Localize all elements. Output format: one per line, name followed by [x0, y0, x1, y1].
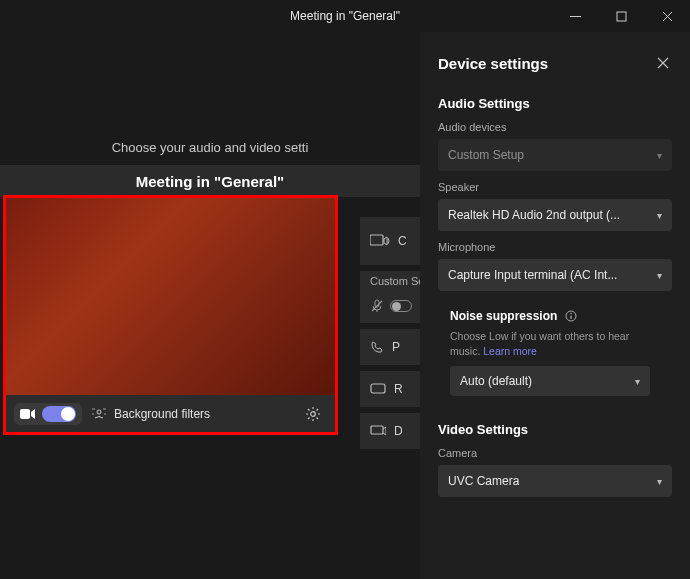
svg-rect-19: [370, 235, 383, 245]
info-icon[interactable]: [565, 310, 577, 322]
camera-toggle[interactable]: [42, 406, 76, 422]
panel-title: Device settings: [438, 55, 548, 72]
camera-toggle-group: [14, 403, 82, 425]
select-value: Custom Setup: [448, 148, 524, 162]
speaker-label: Speaker: [438, 181, 672, 193]
audio-options-column: C Custom Set P R D: [360, 217, 420, 455]
audio-section-title: Audio Settings: [438, 96, 672, 111]
camera-label: Camera: [438, 447, 672, 459]
chevron-down-icon: ▾: [657, 150, 662, 161]
option-dont-use-audio[interactable]: D: [360, 413, 420, 449]
video-toolbar: Background filters: [6, 395, 335, 432]
option-phone-audio[interactable]: P: [360, 329, 420, 365]
window-title: Meeting in "General": [290, 9, 400, 23]
option-label: D: [394, 424, 403, 438]
svg-point-5: [97, 410, 101, 414]
svg-point-28: [571, 313, 573, 315]
noise-suppression-block: Noise suppression Choose Low if you want…: [450, 309, 672, 396]
meeting-title: Meeting in "General": [0, 165, 420, 197]
panel-header: Device settings: [438, 54, 672, 72]
svg-line-18: [317, 409, 319, 411]
custom-setup-label: Custom Set: [370, 275, 420, 287]
mic-toggle[interactable]: [390, 300, 412, 312]
noise-suppression-select[interactable]: Auto (default) ▾: [450, 366, 650, 396]
maximize-button[interactable]: [598, 0, 644, 32]
chevron-down-icon: ▾: [635, 376, 640, 387]
option-label: P: [392, 340, 400, 354]
chevron-down-icon: ▾: [657, 210, 662, 221]
prejoin-area: Choose your audio and video setti Meetin…: [0, 32, 420, 579]
svg-line-16: [317, 417, 319, 419]
background-filters-icon: [92, 407, 106, 421]
learn-more-link[interactable]: Learn more: [483, 345, 537, 357]
room-icon: [370, 383, 386, 395]
microphone-label: Microphone: [438, 241, 672, 253]
background-filters-label: Background filters: [114, 407, 210, 421]
prejoin-prompt: Choose your audio and video setti: [0, 140, 420, 155]
option-label: R: [394, 382, 403, 396]
minimize-button[interactable]: [552, 0, 598, 32]
computer-audio-icon: [370, 233, 390, 249]
maximize-icon: [616, 11, 627, 22]
gear-icon: [305, 406, 321, 422]
camera-preview: [6, 198, 335, 395]
svg-rect-23: [371, 384, 385, 393]
panel-close-button[interactable]: [654, 54, 672, 72]
option-label: C: [398, 234, 407, 248]
select-value: Capture Input terminal (AC Int...: [448, 268, 617, 282]
svg-line-15: [308, 409, 310, 411]
svg-rect-1: [617, 12, 626, 21]
phone-icon: [370, 340, 384, 354]
chevron-down-icon: ▾: [657, 476, 662, 487]
select-value: Auto (default): [460, 374, 532, 388]
audio-devices-select[interactable]: Custom Setup ▾: [438, 139, 672, 171]
svg-line-17: [308, 417, 310, 419]
window-controls: [552, 0, 690, 32]
option-computer-audio[interactable]: C: [360, 217, 420, 265]
screen-share-icon: [370, 425, 386, 437]
minimize-icon: [570, 11, 581, 22]
video-preview-highlighted: Background filters: [3, 195, 338, 435]
close-icon: [657, 57, 669, 69]
svg-rect-24: [371, 426, 383, 434]
noise-suppression-title: Noise suppression: [450, 309, 557, 323]
device-settings-panel: Device settings Audio Settings Audio dev…: [420, 32, 690, 579]
video-section-title: Video Settings: [438, 422, 672, 437]
select-value: UVC Camera: [448, 474, 519, 488]
svg-point-10: [311, 411, 316, 416]
toggle-knob: [61, 407, 75, 421]
option-custom-setup-row: Custom Set: [360, 271, 420, 323]
option-room-audio[interactable]: R: [360, 371, 420, 407]
camera-select[interactable]: UVC Camera ▾: [438, 465, 672, 497]
speaker-select[interactable]: Realtek HD Audio 2nd output (... ▾: [438, 199, 672, 231]
microphone-select[interactable]: Capture Input terminal (AC Int... ▾: [438, 259, 672, 291]
close-icon: [662, 11, 673, 22]
title-bar: Meeting in "General": [0, 0, 690, 32]
select-value: Realtek HD Audio 2nd output (...: [448, 208, 620, 222]
noise-suppression-desc: Choose Low if you want others to hear mu…: [450, 329, 650, 358]
noise-desc-text: Choose Low if you want others to hear mu…: [450, 330, 629, 357]
device-settings-button[interactable]: [299, 400, 327, 428]
background-filters-button[interactable]: Background filters: [92, 407, 210, 421]
camera-icon: [20, 408, 36, 420]
audio-devices-label: Audio devices: [438, 121, 672, 133]
svg-rect-4: [20, 409, 30, 419]
close-button[interactable]: [644, 0, 690, 32]
mic-off-icon: [370, 299, 384, 313]
chevron-down-icon: ▾: [657, 270, 662, 281]
